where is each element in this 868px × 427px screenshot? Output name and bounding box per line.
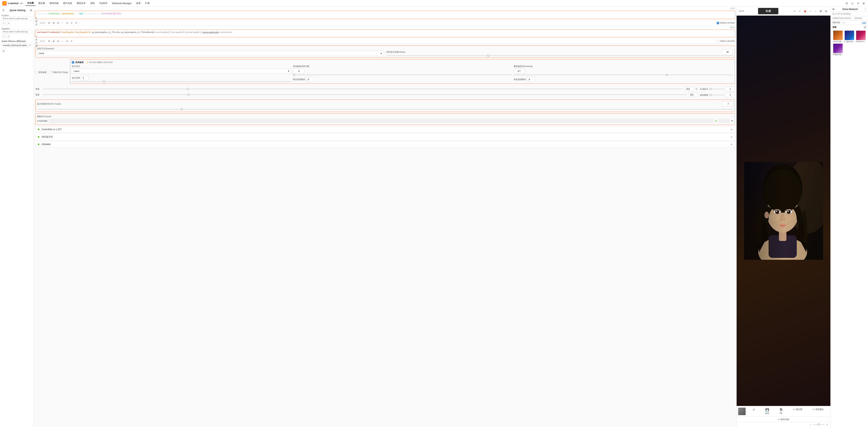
neg-prompt-checkbox[interactable] [717, 40, 719, 42]
gen-icon-6[interactable]: ⊞ [819, 9, 823, 13]
hires-checkbox[interactable] [72, 61, 74, 64]
link-wh-icon[interactable]: ⇅ [695, 87, 698, 90]
neg-toolbar-icon-2[interactable]: ⊞ [52, 39, 56, 43]
prompt-checkbox[interactable] [717, 22, 719, 24]
lora-item-3[interactable]: Polaroid Lo... [856, 30, 866, 43]
clear-input-btn[interactable]: 清除输入新关键词 [720, 22, 735, 24]
zoom-out-btn[interactable]: − [809, 423, 812, 426]
refresh-icon[interactable]: ⊡ [864, 26, 866, 29]
config-icon[interactable]: ⊞ [862, 1, 866, 5]
pos-btn-2[interactable]: × [6, 21, 10, 25]
nav-extra[interactable]: 附加功能 [48, 1, 61, 6]
denoising-input[interactable] [514, 68, 525, 74]
nav-text2img[interactable]: 文生图 [25, 1, 36, 6]
neg-toolbar-hint[interactable]: ⊙ 反向词 [35, 39, 39, 43]
neg-toolbar-icon-6[interactable]: ✕ [70, 39, 73, 43]
seed-random-icon[interactable]: ⟳ [715, 119, 717, 122]
toolbar-icon-1[interactable]: ⚙ [47, 21, 51, 25]
controlnet-header[interactable]: ControlNet v1.1.227 ◄ [35, 126, 735, 132]
toolbar-icon-5[interactable]: ⊡ [65, 21, 69, 25]
zoom-in-btn[interactable]: + [826, 423, 829, 426]
batch-count-slider[interactable] [709, 89, 724, 89]
sidebar-action-icon[interactable]: ⊞ [30, 9, 32, 12]
adetailer-header[interactable]: ADetailer ◄ [35, 141, 735, 147]
extra-features-btn[interactable]: >> 附加功能 [778, 418, 789, 421]
sampler-select[interactable]: DDIM ▼ [37, 51, 384, 56]
toolbar-icon-6[interactable]: ✕ [70, 21, 73, 25]
width-slider[interactable] [42, 89, 683, 89]
seed-arrow[interactable]: ▼ [731, 120, 733, 122]
pos-btn-1[interactable]: + [1, 21, 6, 25]
action-inpaint[interactable]: >> 局部重绘 [812, 408, 824, 415]
height-input[interactable] [688, 92, 698, 97]
steps-slider[interactable] [386, 55, 733, 56]
neg-btn-1[interactable]: + [1, 34, 6, 38]
toolbar-icon-3[interactable]: ⊟ [56, 21, 60, 25]
nav-imginfo[interactable]: 图片信息 [61, 1, 74, 6]
toolbar-icon-hint[interactable]: ⊙ 提示词 [35, 21, 39, 25]
nav-wildcards[interactable]: Wildcards Manager [110, 1, 133, 5]
x-btn[interactable]: × [841, 22, 842, 24]
gen-icon-5[interactable]: − [813, 9, 818, 13]
height-slider[interactable] [42, 94, 687, 95]
gen-icon-2[interactable]: ✓ [798, 9, 802, 13]
tiling-checkbox[interactable] [49, 71, 52, 74]
batch-size-slider[interactable] [709, 95, 724, 95]
scale-input[interactable] [81, 75, 88, 81]
lora-item-4[interactable]: 卡通证件照... [833, 44, 843, 56]
cfg-slider[interactable] [37, 109, 733, 110]
hypernetwork-tab[interactable]: 超网络(Hypernetwork) [833, 17, 851, 20]
scale-slider[interactable] [72, 81, 291, 82]
gen-icon-7[interactable]: ⊟ [824, 9, 828, 13]
filter-icon[interactable]: ⊡ [843, 22, 845, 24]
en-left-icon[interactable]: ⊞ [833, 8, 835, 10]
hires-steps-input[interactable] [293, 68, 304, 74]
github-icon[interactable]: ⊙ [850, 1, 855, 5]
gen-icon-4[interactable]: − [808, 9, 812, 13]
face-restore-checkbox[interactable] [35, 71, 38, 74]
nav-settings[interactable]: 设置 [134, 1, 143, 6]
gen-icon-1[interactable]: ✓ [793, 9, 797, 13]
negative-tag-input[interactable] [1, 30, 32, 33]
neg-toolbar-icon-1[interactable]: ⚙ [47, 39, 51, 43]
generate-button[interactable]: 生成 [758, 8, 778, 14]
model-refresh-btn[interactable]: ⟳ [1, 49, 6, 53]
toolbar-icon-7[interactable]: ⟳ [74, 21, 78, 25]
embedding-tab[interactable]: 嵌入式(Ti Embedding) [833, 13, 851, 15]
nav-train[interactable]: 训练 [88, 1, 97, 6]
batch-size-input[interactable] [725, 93, 735, 97]
sidebar-toggle[interactable]: ☰ [1, 8, 5, 12]
width-input[interactable] [685, 87, 694, 91]
denoising-slider[interactable] [514, 75, 733, 75]
neg-clear-input-btn[interactable]: 清除输入新关键词 [720, 40, 735, 42]
negative-prompt-box[interactable]: bad-hands-5, badhandy4, EasyNegative, Ea… [35, 30, 735, 37]
action-zip[interactable]: 🗜 Zip [780, 408, 783, 415]
tag-tab[interactable]: 滤镜(tag) [855, 17, 862, 20]
width-adjust-input[interactable] [306, 77, 313, 82]
thumbnail[interactable] [738, 408, 746, 415]
nav-extensions[interactable]: 扩展 [143, 1, 152, 6]
neg-toolbar-icon-5[interactable]: ⊡ [65, 39, 69, 43]
dynamic-prompt-header[interactable]: 动态提示词 ◄ [35, 134, 735, 140]
lora-item-1[interactable]: FilmGirl 胶... [833, 30, 843, 43]
batch-count-input[interactable] [725, 87, 735, 91]
action-share[interactable]: ↗ [752, 408, 755, 415]
height-adjust-input[interactable] [527, 77, 534, 82]
hires-steps-slider[interactable] [293, 75, 513, 75]
neg-btn-2[interactable]: × [6, 34, 10, 38]
settings-icon[interactable]: ⚙ [845, 1, 849, 5]
lora-tab[interactable]: Lora [862, 22, 866, 24]
theme-icon[interactable]: ☀ [856, 1, 860, 5]
neg-toolbar-icon-3[interactable]: ⊟ [56, 39, 60, 43]
model-select[interactable]: moonfilm_filmGrain10.safetens... ▼ [1, 44, 32, 48]
zoom-slider[interactable] [813, 424, 825, 425]
action-save[interactable]: 💾 保存 [765, 408, 769, 415]
positive-tag-input[interactable] [1, 17, 32, 20]
nav-img2img[interactable]: 图生图 [36, 1, 47, 6]
toolbar-icon-4[interactable]: ↑ [61, 21, 64, 25]
action-img2img[interactable]: >> 图生图 [793, 408, 802, 415]
cfg-input[interactable] [722, 101, 733, 107]
neg-toolbar-icon-4[interactable]: ↑ [61, 39, 64, 43]
nav-civitai[interactable]: C站助手 [97, 1, 110, 6]
nav-merge[interactable]: 模型合并 [75, 1, 88, 6]
